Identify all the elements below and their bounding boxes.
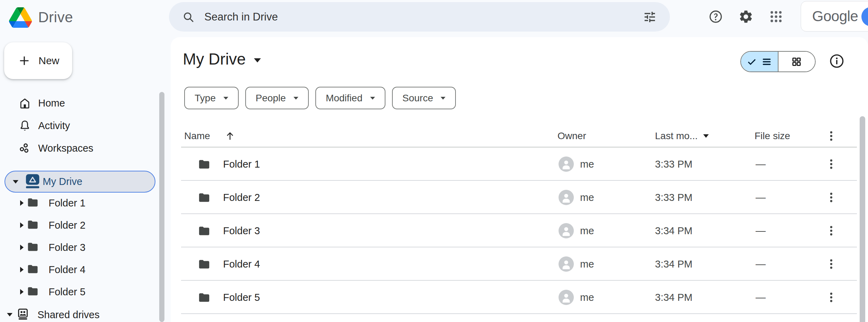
folder-icon [27, 219, 39, 232]
chevron-down-icon [441, 97, 445, 100]
new-button[interactable]: New [4, 42, 72, 79]
sidebar-item-workspaces[interactable]: Workspaces [0, 137, 158, 159]
list-view-button[interactable] [741, 52, 778, 71]
filter-source[interactable]: Source [392, 87, 456, 109]
google-drive-app: Drive [0, 0, 868, 322]
sidebar-folder-5[interactable]: Folder 5 [0, 281, 158, 303]
collapse-arrow-icon[interactable] [13, 180, 18, 184]
sidebar-scrollbar[interactable] [159, 92, 164, 322]
settings-button[interactable] [738, 9, 754, 24]
owner-name: me [580, 181, 594, 214]
row-more-button[interactable] [825, 147, 838, 181]
sidebar-folder-1[interactable]: Folder 1 [0, 192, 158, 214]
google-account-badge[interactable]: Google [801, 1, 868, 32]
folder-icon [198, 214, 211, 247]
column-header-last-modified[interactable]: Last mo... [655, 125, 709, 147]
my-drive-icon [25, 173, 41, 190]
table-row[interactable]: Folder 3 me 3:34 PM — [171, 214, 868, 247]
filter-modified[interactable]: Modified [315, 87, 385, 109]
sidebar-item-home[interactable]: Home [0, 92, 158, 114]
info-icon [829, 53, 845, 69]
help-button[interactable] [708, 9, 723, 24]
plus-icon [17, 53, 32, 68]
row-divider [181, 313, 857, 314]
top-bar: Drive [0, 0, 868, 35]
column-options-button[interactable] [825, 125, 838, 147]
apps-grid-button[interactable] [769, 9, 783, 24]
column-header-file-size[interactable]: File size [755, 125, 790, 147]
row-more-button[interactable] [825, 214, 838, 247]
sidebar-folder-2[interactable]: Folder 2 [0, 214, 158, 236]
last-modified: 3:34 PM [655, 214, 692, 247]
workspaces-icon [18, 142, 31, 155]
owner-avatar [559, 281, 574, 314]
row-more-button[interactable] [825, 247, 838, 281]
owner-name: me [580, 247, 594, 281]
owner-name: me [580, 147, 594, 181]
row-more-button[interactable] [825, 281, 838, 314]
file-size: — [756, 281, 766, 314]
column-header-name[interactable]: Name [184, 125, 236, 147]
expand-arrow-icon[interactable] [20, 267, 24, 272]
sort-descending-icon [703, 134, 709, 138]
search-input[interactable] [204, 11, 643, 23]
row-more-button[interactable] [825, 181, 838, 214]
grid-view-icon [791, 56, 802, 68]
view-toggle [740, 51, 816, 72]
filter-label: Modified [326, 93, 363, 104]
column-header-owner[interactable]: Owner [558, 125, 586, 147]
column-label: Name [184, 130, 210, 142]
file-name: Folder 3 [223, 214, 260, 247]
shared-drives-icon [16, 307, 30, 322]
filter-chips: Type People Modified Source [184, 87, 456, 109]
sidebar-folder-4[interactable]: Folder 4 [0, 259, 158, 281]
search-bar[interactable] [169, 2, 670, 32]
file-size: — [756, 214, 766, 247]
help-icon [708, 9, 723, 24]
more-vertical-icon [825, 291, 837, 304]
page-title-dropdown[interactable]: My Drive [183, 50, 261, 68]
sidebar-item-my-drive[interactable]: My Drive [5, 171, 155, 193]
sidebar-folder-3[interactable]: Folder 3 [0, 236, 158, 259]
expand-arrow-icon[interactable] [20, 289, 24, 295]
sidebar-item-label: Home [38, 98, 65, 109]
expand-arrow-icon[interactable] [20, 245, 24, 250]
owner-avatar [559, 181, 574, 214]
file-size: — [756, 147, 766, 181]
sidebar-item-activity[interactable]: Activity [0, 115, 158, 137]
check-icon [746, 56, 757, 67]
apps-grid-icon [769, 9, 783, 24]
page-scrollbar[interactable] [860, 116, 865, 322]
expand-arrow-icon[interactable] [20, 222, 24, 228]
filter-people[interactable]: People [245, 87, 309, 109]
grid-view-button[interactable] [778, 52, 815, 71]
file-name: Folder 2 [223, 181, 260, 214]
table-row[interactable]: Folder 2 me 3:33 PM — [171, 181, 868, 214]
sidebar-item-label: My Drive [43, 176, 82, 187]
page-title: My Drive [183, 50, 246, 68]
table-row[interactable]: Folder 1 me 3:33 PM — [171, 147, 868, 181]
more-vertical-icon [825, 191, 837, 204]
last-modified: 3:34 PM [655, 281, 692, 314]
search-options-icon[interactable] [643, 10, 657, 24]
details-button[interactable] [829, 53, 845, 70]
sidebar-folder-label: Folder 1 [49, 197, 85, 209]
collapse-arrow-icon[interactable] [7, 313, 12, 316]
sidebar-item-shared-drives[interactable]: Shared drives [0, 304, 158, 322]
app-name: Drive [38, 9, 73, 26]
drive-logo[interactable]: Drive [9, 0, 73, 35]
table-header: Name Owner Last mo... File size [171, 125, 868, 147]
file-name: Folder 4 [223, 247, 260, 281]
last-modified: 3:34 PM [655, 247, 692, 281]
table-row[interactable]: Folder 4 me 3:34 PM — [171, 247, 868, 281]
home-icon [18, 97, 31, 110]
account-avatar[interactable] [861, 7, 868, 26]
last-modified: 3:33 PM [655, 147, 692, 181]
expand-arrow-icon[interactable] [20, 200, 24, 206]
filter-label: People [256, 93, 286, 104]
sidebar-folder-label: Folder 2 [49, 220, 85, 231]
sidebar-folder-label: Folder 5 [49, 286, 85, 298]
filter-type[interactable]: Type [184, 87, 239, 109]
chevron-down-icon [254, 58, 261, 62]
table-row[interactable]: Folder 5 me 3:34 PM — [171, 281, 868, 314]
